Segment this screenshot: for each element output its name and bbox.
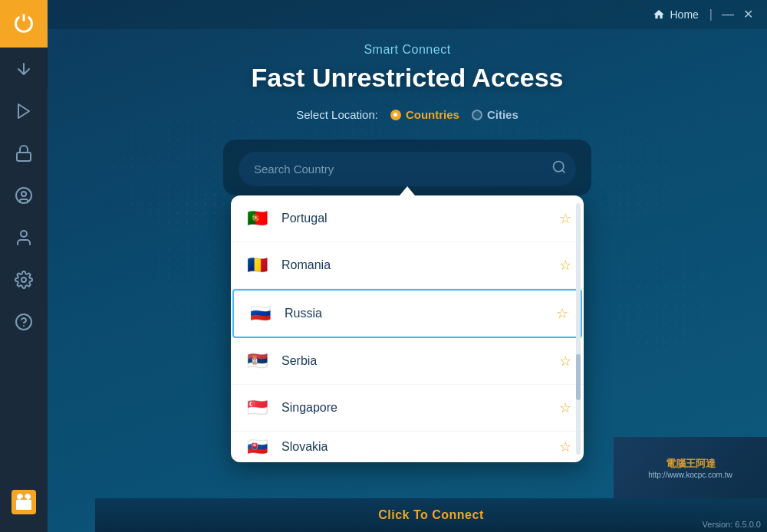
titlebar: Home | — ✕ <box>48 0 767 29</box>
romania-flag: 🇷🇴 <box>243 251 271 279</box>
russia-name: Russia <box>285 307 556 320</box>
serbia-flag: 🇷🇸 <box>243 347 271 375</box>
singapore-name: Singapore <box>281 401 559 415</box>
countries-radio[interactable]: Countries <box>390 108 459 121</box>
countries-label: Countries <box>406 108 459 121</box>
app-container: Home | — ✕ Smart Connect Fast Unrestrict… <box>0 0 767 532</box>
sidebar-item-help[interactable] <box>0 300 48 343</box>
cities-radio[interactable]: Cities <box>472 108 518 121</box>
power-button[interactable] <box>0 0 48 48</box>
sidebar-item-settings[interactable] <box>0 258 48 300</box>
singapore-star[interactable]: ☆ <box>559 399 571 416</box>
minimize-button[interactable]: — <box>717 7 739 22</box>
svg-point-5 <box>21 277 26 282</box>
sidebar-item-play[interactable] <box>0 90 48 132</box>
search-icon[interactable] <box>551 159 567 179</box>
location-selector: Select Location: Countries Cities <box>296 108 518 121</box>
slovakia-star[interactable]: ☆ <box>559 438 571 455</box>
country-item-singapore[interactable]: 🇸🇬 Singapore ☆ <box>231 385 584 432</box>
country-item-portugal[interactable]: 🇵🇹 Portugal ☆ <box>231 195 584 242</box>
romania-name: Romania <box>281 258 559 272</box>
cities-label: Cities <box>487 108 518 121</box>
svg-line-18 <box>562 170 565 173</box>
connect-bar: Click To Connect <box>95 498 767 532</box>
svg-rect-8 <box>16 500 31 510</box>
slovakia-name: Slovakia <box>281 440 559 454</box>
smart-connect-label: Smart Connect <box>364 43 450 57</box>
svg-point-3 <box>21 192 26 196</box>
svg-point-17 <box>554 162 564 172</box>
dropdown-arrow <box>400 186 415 195</box>
cities-radio-dot <box>472 110 482 120</box>
svg-point-4 <box>21 231 27 237</box>
content-area: Smart Connect Fast Unrestricted Access S… <box>48 29 767 532</box>
romania-star[interactable]: ☆ <box>559 257 571 274</box>
country-item-romania[interactable]: 🇷🇴 Romania ☆ <box>231 242 584 289</box>
russia-flag: 🇷🇺 <box>246 300 274 327</box>
select-location-label: Select Location: <box>296 108 378 121</box>
home-label: Home <box>670 8 698 21</box>
search-input[interactable] <box>254 155 544 183</box>
portugal-name: Portugal <box>281 212 559 225</box>
titlebar-separator: | <box>709 8 713 21</box>
search-wrapper <box>239 152 576 186</box>
country-item-slovakia[interactable]: 🇸🇰 Slovakia ☆ <box>231 432 584 462</box>
portugal-flag: 🇵🇹 <box>243 205 271 232</box>
svg-marker-0 <box>18 104 29 118</box>
scrollbar-track <box>576 203 581 455</box>
country-item-serbia[interactable]: 🇷🇸 Serbia ☆ <box>231 338 584 385</box>
main-content: Home | — ✕ Smart Connect Fast Unrestrict… <box>48 0 767 532</box>
sidebar-item-user[interactable] <box>0 216 48 258</box>
version-label: Version: 6.5.0.0 <box>703 520 761 529</box>
country-item-russia[interactable]: 🇷🇺 Russia ☆ <box>232 289 582 338</box>
main-title: Fast Unrestricted Access <box>252 63 564 93</box>
russia-star[interactable]: ☆ <box>556 305 568 322</box>
sidebar-item-gift[interactable] <box>0 481 48 523</box>
sidebar-item-lock[interactable] <box>0 132 48 174</box>
countries-radio-dot <box>390 110 401 120</box>
svg-rect-1 <box>17 153 31 161</box>
singapore-flag: 🇸🇬 <box>243 394 271 422</box>
home-button[interactable]: Home <box>653 8 698 21</box>
country-dropdown: 🇵🇹 Portugal ☆ 🇷🇴 Romania ☆ 🇷🇺 Russia ☆ <box>231 195 584 462</box>
sidebar-item-ip[interactable] <box>0 174 48 216</box>
serbia-name: Serbia <box>281 354 559 368</box>
sidebar <box>0 0 48 532</box>
close-button[interactable]: ✕ <box>739 7 758 22</box>
connect-button[interactable]: Click To Connect <box>378 508 484 522</box>
slovakia-flag: 🇸🇰 <box>243 433 271 461</box>
portugal-star[interactable]: ☆ <box>559 210 571 227</box>
scrollbar-thumb[interactable] <box>576 354 581 400</box>
serbia-star[interactable]: ☆ <box>559 353 571 369</box>
sidebar-item-download[interactable] <box>0 48 48 90</box>
